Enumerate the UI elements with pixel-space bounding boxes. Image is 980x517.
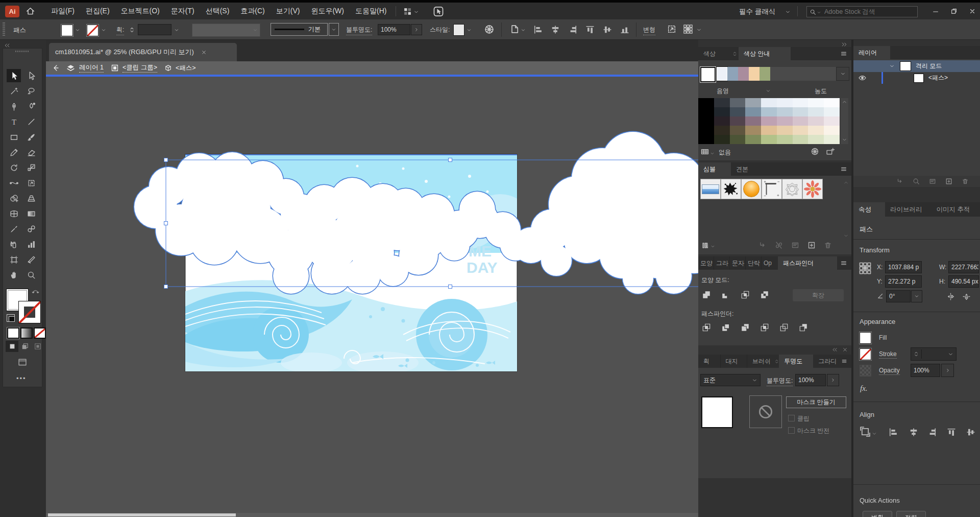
new-symbol-icon[interactable] (807, 241, 816, 249)
shape-mode-exclude[interactable] (758, 289, 771, 300)
opacity-label[interactable]: 불투명도: (767, 377, 793, 386)
panel-menu-icon[interactable] (840, 166, 847, 173)
color-swatch[interactable] (730, 107, 746, 116)
fill-swatch[interactable] (860, 332, 871, 344)
layer-expand-icon[interactable] (889, 63, 895, 69)
color-swatch[interactable] (808, 126, 824, 135)
close-group-icon[interactable] (842, 347, 848, 353)
opacity-field[interactable]: 100% (795, 374, 826, 386)
layer-thumbnail[interactable] (900, 61, 911, 71)
chevron-down-icon[interactable] (413, 9, 419, 15)
swatch-grid-type-icon[interactable] (701, 147, 709, 156)
tool-rectangle[interactable] (7, 130, 21, 144)
stroke-swatch[interactable] (87, 25, 99, 36)
grid-scrollbar[interactable] (841, 98, 848, 144)
align-left-icon[interactable] (533, 25, 543, 35)
artwork-text-day[interactable]: DAY (467, 259, 498, 276)
color-swatch[interactable] (793, 126, 808, 135)
expand-button[interactable]: 확장 (793, 289, 844, 301)
tab-character-kr[interactable]: 문자 (730, 256, 746, 270)
tab-appearance-kr[interactable]: 모양 (698, 256, 714, 270)
shape-mode-intersect[interactable] (739, 289, 751, 300)
color-swatch[interactable] (730, 116, 746, 126)
opacity-label[interactable]: Opacity (879, 367, 900, 375)
tab-gradient2-kr[interactable]: 그라디 (813, 355, 841, 368)
tab-gradient-kr[interactable]: 그라 (714, 256, 730, 270)
tool-curvature[interactable] (24, 100, 38, 113)
tool-shape-builder[interactable] (7, 192, 21, 205)
menu-items[interactable]: 파일(F)편집(E)오브젝트(O)문자(T)선택(S)효과(C)보기(V)윈도우… (51, 3, 386, 19)
color-swatch[interactable] (761, 116, 777, 126)
align-right-icon[interactable] (568, 25, 578, 35)
color-swatch[interactable] (714, 126, 730, 135)
flip-horizontal-icon[interactable] (946, 292, 955, 301)
color-swatch[interactable] (808, 116, 824, 126)
tab-paragraph-kr[interactable]: 단락 (746, 256, 762, 270)
menu-item[interactable]: 윈도우(W) (311, 7, 344, 16)
make-clip-mask-icon[interactable] (896, 178, 903, 185)
context-pointer-icon[interactable] (433, 6, 444, 17)
layer-thumbnail[interactable] (914, 74, 924, 83)
menu-item[interactable]: 문자(T) (171, 7, 194, 16)
tint-label[interactable]: 농도 (815, 87, 827, 96)
delete-layer-icon[interactable] (962, 178, 969, 185)
tool-column-graph[interactable] (24, 238, 38, 251)
align-top-icon[interactable] (946, 427, 957, 437)
default-fill-stroke-icon[interactable] (7, 314, 15, 322)
symbol-options-icon[interactable] (791, 241, 799, 249)
tab-properties[interactable]: 속성 (853, 202, 885, 217)
style-chevron-icon[interactable] (467, 28, 472, 33)
tool-eyedropper[interactable] (7, 222, 21, 236)
tool-pen[interactable] (7, 100, 21, 113)
color-swatch[interactable] (745, 135, 761, 144)
reference-point-icon[interactable] (683, 24, 693, 34)
window-close-icon[interactable] (969, 8, 976, 15)
align-top-icon[interactable] (585, 25, 595, 35)
reference-point-grid-icon[interactable] (859, 262, 872, 275)
scroll-down-icon[interactable] (842, 137, 847, 143)
symbol-gradient-bar[interactable] (700, 179, 721, 199)
delete-symbol-icon[interactable] (824, 241, 832, 249)
tool-eraser[interactable] (24, 146, 38, 159)
color-swatch[interactable] (793, 98, 808, 107)
align-center-horizontal-icon[interactable] (550, 25, 560, 35)
tab-pathfinder[interactable]: 패스파인더 (778, 256, 837, 270)
transform-box-icon[interactable] (667, 24, 677, 34)
stroke-weight-control[interactable] (911, 347, 957, 361)
harmony-dropdown[interactable] (836, 67, 849, 81)
color-swatch[interactable] (777, 107, 793, 116)
color-swatch[interactable] (793, 135, 808, 144)
fill-swatch[interactable] (61, 25, 73, 36)
stroke-style-chevron[interactable] (329, 23, 339, 36)
style-swatch[interactable] (453, 24, 464, 36)
new-sublayer-icon[interactable] (929, 178, 936, 185)
width-profile-dropdown[interactable] (192, 24, 260, 37)
tool-lasso[interactable] (24, 84, 38, 98)
pathfinder-crop[interactable] (758, 322, 771, 333)
tool-magic-wand[interactable] (7, 84, 21, 98)
tool-slice[interactable] (24, 253, 38, 266)
align-to-artboard-icon[interactable] (860, 426, 871, 437)
stroke-weight-field[interactable] (138, 24, 172, 35)
locate-object-icon[interactable] (913, 178, 920, 185)
menu-item[interactable]: 보기(V) (276, 7, 300, 16)
none-button[interactable] (34, 327, 46, 339)
symbol-orange-orb[interactable] (741, 179, 762, 199)
visibility-eye-icon[interactable] (859, 74, 866, 82)
quick-action-align-button[interactable]: 정렬 (896, 511, 926, 517)
tool-rotate[interactable] (7, 161, 21, 174)
fx-button[interactable]: fx. (860, 384, 868, 393)
menu-item[interactable]: 편집(E) (86, 7, 110, 16)
opacity-field[interactable]: 100% (911, 364, 940, 377)
workspace-switcher-icon[interactable] (403, 7, 412, 16)
workspace-chevron-icon[interactable] (785, 9, 791, 15)
color-swatch[interactable] (714, 107, 730, 116)
color-swatch[interactable] (824, 126, 840, 135)
color-swatch[interactable] (761, 107, 777, 116)
color-swatch[interactable] (730, 135, 746, 144)
stroke-stepper-icon[interactable] (129, 26, 135, 34)
opacity-label[interactable]: 불투명도: (346, 26, 372, 35)
draw-normal-mode[interactable] (6, 341, 18, 352)
color-swatch[interactable] (698, 116, 714, 126)
tool-width[interactable] (7, 176, 21, 190)
